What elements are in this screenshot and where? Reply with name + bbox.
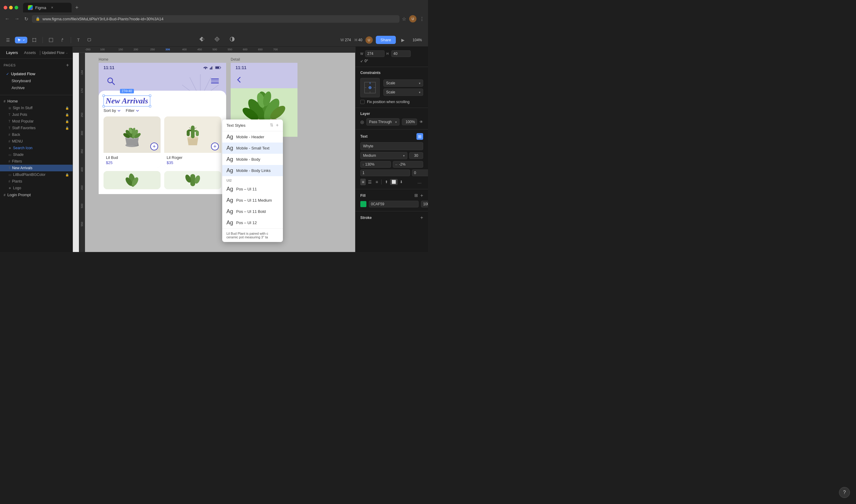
browser-user-avatar[interactable]: U: [409, 15, 416, 22]
layer-item-shade[interactable]: ▭ Shade: [0, 151, 72, 158]
select-tool-btn[interactable]: [15, 37, 27, 43]
page-item-storyboard[interactable]: Storyboard: [4, 77, 69, 84]
prototype-icon[interactable]: [212, 35, 222, 44]
bookmark-icon[interactable]: ☆: [402, 16, 406, 22]
fill-add-icon[interactable]: +: [421, 193, 423, 198]
width-input[interactable]: [365, 50, 384, 57]
fill-color-input[interactable]: [369, 201, 418, 208]
text-styles-ui2-item-2[interactable]: Ag Pos – UI 11 Medium: [222, 195, 283, 206]
filter-btn[interactable]: Filter: [126, 108, 139, 113]
text-styles-item-4[interactable]: Ag Mobile - Body Links: [222, 165, 283, 176]
hamburger-icon[interactable]: [211, 78, 219, 84]
layer-item-logo[interactable]: ❖ Logo: [0, 185, 72, 191]
text-tool-btn[interactable]: T: [75, 36, 82, 44]
reload-btn[interactable]: ↻: [23, 15, 30, 23]
layer-item-new-arrivals[interactable]: T New Arrivals: [0, 165, 72, 171]
valign-mid-btn[interactable]: ⬜: [390, 179, 398, 185]
text-styles-ui2-item-4[interactable]: Ag Pos – UI 12: [222, 217, 283, 228]
visibility-icon[interactable]: 👁: [420, 120, 423, 124]
valign-top-btn[interactable]: ⬆: [383, 179, 390, 185]
hamburger-menu-btn[interactable]: ☰: [4, 36, 13, 44]
align-right-btn[interactable]: ≡: [374, 179, 379, 185]
browser-menu-icon[interactable]: ⋮: [420, 16, 424, 22]
minimize-window-btn[interactable]: [9, 6, 13, 10]
text-styles-item-3[interactable]: Ag Mobile - Body: [222, 154, 283, 165]
text-styles-ui2-item-1[interactable]: Ag Pos – UI 11: [222, 183, 283, 195]
detail-back-btn[interactable]: [231, 72, 297, 88]
text-more-btn[interactable]: …: [416, 179, 423, 185]
component-icon[interactable]: [197, 35, 207, 44]
layer-item-just-pots[interactable]: T Just Pots 🔒: [0, 111, 72, 118]
fill-grid-icon[interactable]: ⊞: [414, 193, 418, 198]
text-styles-ui2-item-3[interactable]: Ag Pos – UI 11 Bold: [222, 206, 283, 217]
add-to-cart-btn-2[interactable]: +: [211, 143, 219, 150]
opacity-input[interactable]: [402, 119, 417, 125]
text-styles-sort-icon[interactable]: ⇅: [270, 123, 274, 128]
browser-new-tab-btn[interactable]: +: [73, 3, 81, 12]
close-window-btn[interactable]: [4, 6, 7, 10]
browser-tab-close[interactable]: ×: [51, 5, 53, 10]
frame-tool-btn[interactable]: [30, 37, 39, 43]
constraint-v-select[interactable]: Scale ▾: [383, 89, 423, 96]
blend-mode-select[interactable]: Pass Through ▾: [366, 118, 399, 126]
new-arrivals-container[interactable]: New Arrivals 274×40: [103, 95, 150, 106]
user-avatar[interactable]: U: [365, 36, 373, 44]
sidebar-breadcrumb[interactable]: Updated Flow ⌄: [42, 51, 68, 55]
pen-tool-btn[interactable]: [58, 37, 67, 43]
height-input[interactable]: [391, 50, 411, 57]
align-center-btn[interactable]: ☰: [366, 179, 373, 185]
valign-bot-btn[interactable]: ⬇: [398, 179, 404, 185]
contrast-icon[interactable]: [227, 35, 237, 44]
text-styles-item-1[interactable]: Ag Mobile - Header: [222, 131, 283, 143]
fill-color-swatch[interactable]: [360, 201, 366, 207]
layer-group-home[interactable]: # Home: [0, 98, 72, 105]
canvas-area[interactable]: -350 100 150 200 250 306 400 450 500 550…: [73, 47, 355, 252]
address-bar[interactable]: 🔒 www.figma.com/file/x5MuLtiPlaY3r/Lil-B…: [32, 15, 399, 23]
add-to-cart-btn-1[interactable]: +: [150, 143, 158, 150]
layer-group-login-prompt[interactable]: # Login Prompt: [0, 191, 72, 198]
browser-tab-active[interactable]: Figma ×: [23, 3, 72, 13]
add-page-button[interactable]: +: [66, 62, 69, 68]
layer-item-filters[interactable]: # Filters: [0, 158, 72, 165]
sort-by-btn[interactable]: Sort by: [103, 108, 121, 113]
constraint-h-select[interactable]: Scale ▾: [383, 79, 423, 87]
forward-btn[interactable]: →: [13, 15, 21, 23]
layer-item-search-icon[interactable]: ❖ Search Icon: [0, 145, 72, 151]
layer-item-staff-favorites[interactable]: T Staff Favorites 🔒: [0, 125, 72, 131]
shape-tool-btn[interactable]: [47, 37, 55, 43]
font-family-field[interactable]: Whyte: [360, 142, 423, 150]
fix-scroll-checkbox[interactable]: [360, 100, 364, 104]
text-styles-add-icon[interactable]: +: [276, 123, 279, 128]
assets-tab[interactable]: Assets: [21, 49, 38, 56]
product-card-4[interactable]: [164, 171, 221, 189]
canvas-content[interactable]: 134 174 250 300 350 400 450 500 550 Home: [79, 53, 355, 252]
comment-tool-btn[interactable]: [85, 37, 94, 43]
letter-spacing-field[interactable]: ↔ -2%: [393, 161, 424, 168]
stroke-add-icon[interactable]: +: [421, 215, 423, 220]
page-item-updated-flow[interactable]: ✓ Updated Flow: [4, 70, 69, 77]
layer-item-sign-in-stuff[interactable]: ⊞ Sign In Stuff 🔒: [0, 105, 72, 111]
layers-tab[interactable]: Layers: [4, 49, 20, 56]
line-height-field[interactable]: ↕ 130%: [360, 161, 391, 168]
search-icon[interactable]: [106, 76, 116, 86]
play-button[interactable]: ▶: [399, 36, 407, 44]
layer-item-lil-bud-bg[interactable]: ▭ LilBudPlantBGColor 🔒: [0, 171, 72, 178]
page-item-archive[interactable]: Archive: [4, 84, 69, 91]
product-card-2[interactable]: + Lil Roger $35: [164, 116, 221, 167]
font-weight-select[interactable]: Medium ▾: [360, 152, 407, 159]
product-card-3[interactable]: [103, 171, 160, 189]
fill-opacity-input[interactable]: [421, 201, 428, 208]
font-size-input[interactable]: [409, 152, 423, 159]
layer-item-back[interactable]: # Back: [0, 131, 72, 138]
indent-input[interactable]: [412, 169, 428, 176]
layer-item-menu[interactable]: # MENU: [0, 138, 72, 145]
maximize-window-btn[interactable]: [15, 6, 18, 10]
share-button[interactable]: Share: [376, 36, 396, 44]
paragraph-spacing-input[interactable]: [360, 169, 410, 176]
layer-item-most-popular[interactable]: T Most Popular 🔒: [0, 118, 72, 125]
align-left-btn[interactable]: ≡: [360, 179, 366, 185]
zoom-level[interactable]: 104%: [410, 37, 424, 43]
product-card-1[interactable]: + Lil Bud $25: [103, 116, 160, 167]
text-edit-icon[interactable]: ⊞: [416, 133, 423, 140]
text-styles-item-2[interactable]: Ag Mobile - Small Text: [222, 143, 283, 154]
